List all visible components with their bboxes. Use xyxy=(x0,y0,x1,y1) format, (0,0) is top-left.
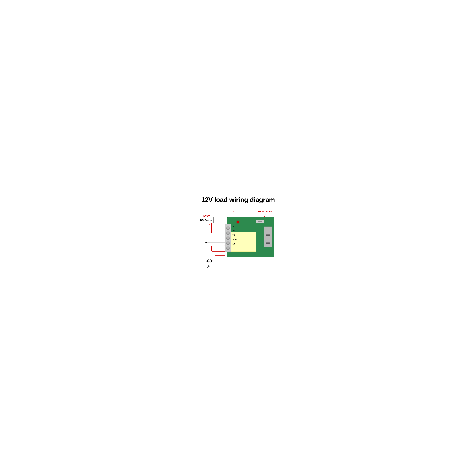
terminal-v-plus xyxy=(226,231,230,235)
terminal-com xyxy=(226,241,230,245)
led-indicator xyxy=(237,221,239,223)
light-bulb-symbol xyxy=(207,258,212,264)
diagram-container: 12V load wiring diagram xyxy=(192,192,284,284)
pcb-board: V- V+ NO COM NC xyxy=(227,217,274,257)
label-no: NO xyxy=(232,234,235,236)
dc12v-label: DC12V xyxy=(204,215,210,217)
terminal-no xyxy=(226,236,230,240)
plus-label-power: + xyxy=(209,223,210,226)
light-label: light xyxy=(206,265,210,268)
page-title: 12V load wiring diagram xyxy=(201,196,275,204)
label-com: COM xyxy=(232,238,237,241)
terminal-v-minus xyxy=(226,226,230,230)
plus-label-light: + xyxy=(212,259,213,262)
terminal-block xyxy=(225,224,231,252)
minus-label-power: − xyxy=(200,223,201,226)
coil-lines xyxy=(266,230,270,243)
label-v-minus: V- xyxy=(232,225,234,228)
diagram-area: DC Power DC12V − + xyxy=(195,208,281,276)
dc-power-box: DC Power xyxy=(199,217,214,223)
coil-symbol xyxy=(266,230,270,244)
annotation-led: LED xyxy=(231,210,235,213)
label-v-plus: V+ xyxy=(232,229,235,232)
minus-label-light: − xyxy=(204,259,205,262)
learning-button-inner xyxy=(258,221,262,222)
terminal-nc xyxy=(226,246,230,250)
dc-power-label: DC Power xyxy=(200,219,212,222)
svg-line-5 xyxy=(212,233,225,246)
svg-point-2 xyxy=(205,242,207,243)
annotation-learning-button: Learning button xyxy=(257,210,272,213)
relay-coil xyxy=(264,226,272,247)
label-nc: NC xyxy=(232,243,235,245)
learning-button[interactable] xyxy=(256,220,264,223)
